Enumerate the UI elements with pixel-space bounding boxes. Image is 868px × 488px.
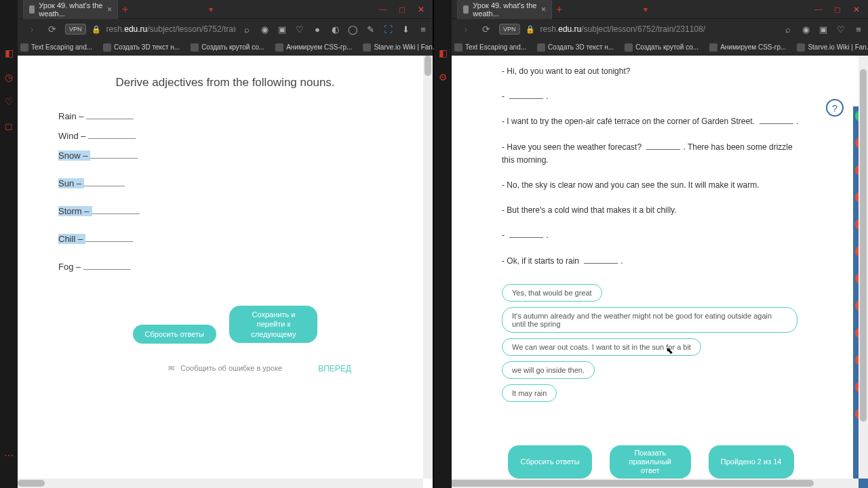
rail-icon[interactable]: ⚙ — [437, 72, 448, 83]
rail-icon[interactable]: ◻ — [3, 121, 14, 131]
bookmark-favicon-icon — [20, 43, 28, 52]
vpn-badge[interactable]: VPN — [65, 24, 86, 35]
bookmark-item[interactable]: Анимируем CSS-гр... — [275, 43, 352, 52]
answer-chip[interactable]: It may rain — [502, 384, 557, 402]
bookmark-icon[interactable]: ▣ — [277, 24, 288, 35]
browser-tab[interactable]: Урок 49. what's the weath... × — [23, 0, 118, 20]
rail-icon[interactable]: ◧ — [437, 47, 448, 58]
heart-icon[interactable]: ♡ — [294, 24, 305, 35]
help-icon[interactable]: ? — [826, 99, 844, 117]
forward-button[interactable]: › — [24, 22, 39, 37]
opera-sidebar: ◧ ⚙ — [434, 0, 452, 488]
maximize-button[interactable]: ◻ — [393, 3, 411, 16]
url-display[interactable]: resh.edu.ru/subject/lesson/6752/train/23… — [106, 24, 236, 34]
horizontal-scrollbar[interactable] — [18, 479, 423, 488]
menu-icon[interactable]: ≡ — [853, 24, 864, 35]
noun-row: Rain – — [58, 110, 392, 121]
url-bar-row: ‹ › ⟳ VPN 🔒 resh.edu.ru/subject/lesson/6… — [0, 19, 433, 39]
answer-blank[interactable] — [85, 232, 133, 242]
answer-blank[interactable] — [646, 142, 680, 150]
close-window-button[interactable]: ✕ — [412, 3, 430, 16]
progress-button[interactable]: Пройдено 2 из 14 — [709, 445, 794, 479]
rail-icon[interactable]: ◷ — [3, 72, 14, 83]
vpn-badge[interactable]: VPN — [499, 24, 520, 35]
url-display[interactable]: resh.edu.ru/subject/lesson/6752/train/23… — [540, 24, 777, 34]
page-content-right: ? - Hi, do you want to eat out tonight? … — [434, 56, 868, 488]
minimize-button[interactable]: — — [810, 3, 827, 16]
search-icon[interactable]: ⌕ — [241, 24, 252, 35]
bookmark-item[interactable]: Создать крутой со... — [191, 43, 264, 52]
ext2-icon[interactable]: ◐ — [330, 24, 340, 35]
forward-button[interactable]: › — [458, 22, 473, 37]
camera-icon[interactable]: ◉ — [800, 24, 811, 35]
reload-button[interactable]: ⟳ — [45, 22, 60, 37]
dialog-line: - . — [502, 229, 800, 242]
new-tab-button[interactable]: + — [556, 3, 562, 16]
ext1-icon[interactable]: ● — [312, 24, 323, 35]
answer-blank[interactable] — [760, 116, 793, 124]
bookmark-item[interactable]: Starve.io Wiki | Fan... — [797, 43, 868, 52]
bookmark-item[interactable]: Создать 3D текст н... — [537, 43, 614, 52]
close-tab-icon[interactable]: × — [541, 5, 546, 14]
answer-blank[interactable] — [83, 260, 131, 270]
answer-chip[interactable]: We can wear out coats. I want to sit in … — [502, 338, 701, 356]
answer-chips-area: Yes, that would be great It's autumn alr… — [502, 281, 800, 405]
url-bar-row: ‹ › ⟳ VPN 🔒 resh.edu.ru/subject/lesson/6… — [434, 19, 868, 39]
lock-icon: 🔒 — [92, 25, 101, 34]
vertical-scrollbar[interactable] — [859, 56, 868, 479]
answer-blank[interactable] — [92, 205, 140, 214]
titlebar: Урок 49. what's the weath... × + ▾ — ◻ ✕ — [434, 0, 868, 19]
bookmark-icon[interactable]: ▣ — [818, 24, 829, 35]
answer-blank[interactable] — [84, 177, 125, 186]
tab-title: Урок 49. what's the weath... — [473, 1, 537, 18]
answer-blank[interactable] — [509, 91, 543, 99]
new-tab-button[interactable]: + — [122, 3, 128, 16]
bookmark-item[interactable]: Создать крутой со... — [625, 43, 698, 52]
download-icon[interactable]: ⬇ — [400, 24, 411, 35]
heart-icon[interactable]: ♡ — [835, 24, 846, 35]
search-icon[interactable]: ⌕ — [783, 24, 793, 35]
browser-window-right: Урок 49. what's the weath... × + ▾ — ◻ ✕… — [434, 0, 868, 488]
menu-icon[interactable]: ≡ — [418, 24, 429, 35]
bookmark-item[interactable]: Starve.io Wiki | Fan... — [363, 43, 438, 52]
bookmark-item[interactable]: Анимируем CSS-гр... — [709, 43, 786, 52]
minimize-button[interactable]: — — [374, 3, 392, 16]
bookmark-item[interactable]: Text Escaping and... — [20, 43, 92, 52]
browser-tab[interactable]: Урок 49. what's the weath... × — [457, 0, 552, 20]
show-answer-button[interactable]: Показать правильный ответ — [610, 445, 691, 479]
answer-chip[interactable]: we will go inside then. — [502, 361, 595, 379]
close-window-button[interactable]: ✕ — [848, 3, 865, 16]
rail-icon[interactable]: ◧ — [3, 47, 14, 58]
reload-button[interactable]: ⟳ — [479, 22, 494, 37]
ext4-icon[interactable]: ✎ — [365, 24, 376, 35]
answer-blank[interactable] — [88, 129, 136, 139]
noun-row: Fog – — [58, 260, 392, 272]
answer-blank[interactable] — [584, 256, 618, 264]
translate-icon[interactable]: ⛶ — [382, 24, 393, 35]
forward-link[interactable]: ВПЕРЕД — [318, 364, 351, 373]
close-tab-icon[interactable]: × — [107, 5, 112, 14]
bookmark-item[interactable]: Создать 3D текст н... — [103, 43, 180, 52]
ext3-icon[interactable]: ◯ — [347, 24, 358, 35]
answer-chip[interactable]: It's autumn already and the weather migh… — [502, 307, 797, 333]
answer-blank[interactable] — [509, 230, 543, 238]
dialog-line: - Have you seen the weather forecast? . … — [502, 141, 800, 167]
bookmark-favicon-icon — [275, 43, 283, 52]
favicon-icon — [463, 5, 469, 14]
answer-blank[interactable] — [86, 110, 134, 119]
maximize-button[interactable]: ◻ — [829, 3, 846, 16]
tab-menu-icon[interactable]: ▾ — [644, 5, 648, 14]
horizontal-scrollbar[interactable] — [434, 479, 859, 488]
bookmark-item[interactable]: Text Escaping and... — [454, 43, 526, 52]
camera-icon[interactable]: ◉ — [259, 24, 270, 35]
rail-more-icon[interactable]: ⋯ — [4, 450, 14, 461]
answer-blank[interactable] — [90, 149, 138, 159]
reset-button[interactable]: Сбросить ответы — [133, 325, 216, 344]
reset-button[interactable]: Сбросить ответы — [508, 445, 591, 479]
answer-chip[interactable]: Yes, that would be great — [502, 284, 602, 302]
rail-icon[interactable]: ♡ — [3, 96, 14, 107]
tab-menu-icon[interactable]: ▾ — [209, 5, 213, 14]
report-error-link[interactable]: Сообщить об ошибке в уроке — [180, 364, 282, 372]
save-next-button[interactable]: Сохранить и перейти к следующему — [229, 306, 317, 343]
vertical-scrollbar[interactable] — [423, 56, 433, 479]
